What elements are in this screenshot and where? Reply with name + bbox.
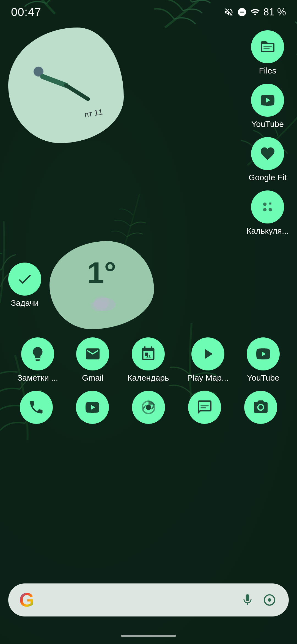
files-icon-bg [251, 30, 284, 63]
youtube-mid-icon [255, 346, 271, 362]
calculator-label: Калькуля... [246, 226, 289, 236]
chrome-icon [140, 399, 157, 416]
search-bar-container: G [0, 583, 297, 627]
calendar-label: Календарь [127, 373, 169, 383]
notes-icon-bg [21, 337, 54, 370]
tasks-icon [16, 271, 33, 287]
notes-icon [29, 346, 46, 362]
app-messages[interactable] [188, 391, 221, 424]
gmail-icon [84, 346, 101, 362]
tasks-icon-bg [8, 263, 41, 296]
status-icons: 81 % [224, 6, 286, 18]
files-label: Files [259, 66, 276, 75]
weather-temp: 1° [87, 258, 116, 288]
middle-section: Задачи 1° [8, 241, 289, 329]
playmarket-label: Play Мар... [187, 373, 229, 383]
notes-label: Заметки ... [17, 373, 58, 383]
youtube-top-label: YouTube [251, 119, 284, 129]
google-logo: G [19, 590, 34, 610]
files-icon [259, 39, 276, 55]
app-youtube-mid[interactable]: YouTube [247, 337, 280, 383]
mic-button[interactable] [239, 592, 256, 608]
app-googlefit[interactable]: Google Fit [249, 137, 287, 182]
calculator-icon [259, 199, 276, 215]
app-playmarket[interactable]: Play Мар... [187, 337, 229, 383]
svg-line-2 [43, 77, 66, 85]
youtube-dock-icon-bg [76, 391, 109, 424]
app-youtube-top[interactable]: YouTube [251, 84, 284, 129]
app-camera[interactable] [244, 391, 277, 424]
svg-rect-5 [263, 48, 270, 49]
app-notes[interactable]: Заметки ... [17, 337, 58, 383]
gmail-label: Gmail [82, 373, 103, 383]
mic-icon [241, 593, 254, 607]
weather-icon-area [85, 291, 118, 313]
search-bar[interactable]: G [8, 583, 289, 616]
phone-icon [28, 399, 45, 416]
googlefit-label: Google Fit [249, 173, 287, 182]
svg-point-13 [146, 405, 151, 410]
home-bar [121, 635, 176, 637]
app-calendar[interactable]: 11 Календарь [127, 337, 169, 383]
app-youtube-dock[interactable] [76, 391, 109, 424]
phone-icon-bg [20, 391, 53, 424]
svg-line-3 [66, 85, 88, 99]
weather-cloud-icon [85, 291, 118, 313]
home-indicator [0, 627, 297, 644]
gmail-icon-bg [76, 337, 109, 370]
app-row-1: Заметки ... Gmail 11 К [8, 337, 289, 383]
app-gmail[interactable]: Gmail [76, 337, 109, 383]
chrome-icon-bg [132, 391, 165, 424]
status-bar: 00:47 81 % [0, 0, 297, 22]
calculator-icon-bg [251, 190, 284, 223]
main-content: пт 11 Files [0, 22, 297, 583]
tasks-label: Задачи [11, 298, 39, 308]
camera-icon-bg [244, 391, 277, 424]
battery-text: 81 % [263, 6, 286, 18]
svg-point-16 [268, 598, 271, 602]
svg-point-7 [263, 208, 267, 212]
svg-point-11 [94, 296, 109, 308]
messages-icon [196, 399, 213, 416]
youtube-top-icon [259, 92, 276, 108]
playmarket-icon-bg [191, 337, 224, 370]
camera-icon [252, 399, 269, 416]
app-files[interactable]: Files [251, 30, 284, 75]
app-calculator[interactable]: Калькуля... [246, 190, 289, 236]
youtube-top-icon-bg [251, 84, 284, 117]
top-section: пт 11 Files [8, 28, 289, 236]
app-chrome[interactable] [132, 391, 165, 424]
dnd-icon [237, 7, 247, 17]
weather-widget[interactable]: 1° [50, 241, 154, 329]
youtube-dock-icon [84, 399, 101, 416]
clock-widget[interactable]: пт 11 [8, 28, 124, 143]
youtube-mid-icon-bg [247, 337, 280, 370]
lens-button[interactable] [261, 592, 278, 608]
playmarket-icon [200, 346, 216, 362]
right-apps: Files YouTube [246, 28, 289, 236]
app-phone[interactable] [20, 391, 53, 424]
messages-icon-bg [188, 391, 221, 424]
youtube-mid-label: YouTube [247, 373, 279, 383]
lens-icon [263, 593, 276, 607]
clock-face: пт 11 [8, 28, 124, 143]
svg-text:11: 11 [146, 354, 151, 358]
googlefit-icon-bg [251, 137, 284, 170]
calendar-icon-bg: 11 [132, 337, 165, 370]
wifi-icon [250, 7, 260, 17]
svg-rect-14 [200, 405, 209, 406]
googlefit-icon [259, 145, 276, 162]
svg-rect-4 [263, 46, 272, 47]
calendar-icon: 11 [140, 346, 156, 362]
svg-point-8 [269, 208, 272, 212]
mute-icon [224, 7, 234, 17]
svg-point-6 [263, 203, 267, 206]
app-row-dock [8, 391, 289, 424]
svg-rect-15 [200, 407, 206, 408]
app-tasks[interactable]: Задачи [8, 263, 41, 308]
status-time: 00:47 [11, 6, 41, 19]
